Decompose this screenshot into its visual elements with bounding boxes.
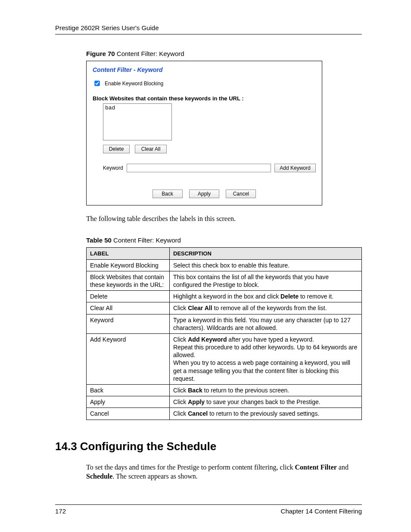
table-cell-description: Click Add Keyword after you have typed a… (170, 333, 362, 384)
add-keyword-button[interactable]: Add Keyword (274, 164, 316, 172)
running-header: Prestige 2602R Series User's Guide (55, 24, 362, 34)
table-cell-description: Click Back to return to the previous scr… (170, 385, 362, 396)
section-heading: 14.3 Configuring the Schedule (55, 440, 362, 453)
table-cell-description: Click Clear All to remove all of the key… (170, 302, 362, 314)
table-cell-description: Highlight a keyword in the box and click… (170, 291, 362, 302)
table-header-label: LABEL (87, 247, 170, 259)
table-header-description: DESCRIPTION (170, 247, 362, 259)
intro-paragraph: The following table describes the labels… (86, 214, 362, 224)
table-row: BackClick Back to return to the previous… (87, 385, 362, 396)
table-cell-label: Back (87, 385, 170, 396)
enable-keyword-blocking-checkbox[interactable] (94, 81, 100, 86)
table-cell-description: Select this check box to enable this fea… (170, 259, 362, 271)
table-cell-description: Click Apply to save your changes back to… (170, 396, 362, 408)
table-cell-label: Add Keyword (87, 333, 170, 384)
delete-button[interactable]: Delete (103, 145, 130, 153)
table-caption-text: Content Filter: Keyword (112, 236, 181, 244)
table-cell-label: Cancel (87, 408, 170, 420)
chapter-label: Chapter 14 Content Filtering (281, 507, 362, 515)
clear-all-button[interactable]: Clear All (135, 145, 167, 153)
table-row: KeywordType a keyword in this field. You… (87, 314, 362, 333)
figure-caption: Figure 70 Content Filter: Keyword (86, 50, 362, 57)
table-row: CancelClick Cancel to return to the prev… (87, 408, 362, 420)
section-body: To set the days and times for the Presti… (86, 463, 362, 481)
apply-button[interactable]: Apply (189, 190, 219, 198)
table-cell-description: This box contains the list of all the ke… (170, 271, 362, 290)
table-cell-label: Delete (87, 291, 170, 302)
description-table: LABEL DESCRIPTION Enable Keyword Blockin… (86, 247, 362, 420)
table-row: Enable Keyword BlockingSelect this check… (87, 259, 362, 271)
figure-caption-number: Figure 70 (86, 50, 115, 57)
table-caption-number: Table 50 (86, 236, 112, 244)
table-cell-description: Type a keyword in this field. You may us… (170, 314, 362, 333)
table-row: Clear AllClick Clear All to remove all o… (87, 302, 362, 314)
figure-caption-text: Content Filter: Keyword (115, 50, 184, 57)
table-row: Block Websites that contain these keywor… (87, 271, 362, 290)
table-cell-label: Block Websites that contain these keywor… (87, 271, 170, 290)
keyword-input-label: Keyword (103, 165, 123, 171)
panel-title: Content Filter - Keyword (93, 66, 316, 73)
table-cell-label: Clear All (87, 302, 170, 314)
keyword-input[interactable] (127, 164, 271, 172)
keyword-listbox[interactable]: bad (103, 103, 172, 140)
table-cell-label: Keyword (87, 314, 170, 333)
table-cell-label: Enable Keyword Blocking (87, 259, 170, 271)
table-row: Add KeywordClick Add Keyword after you h… (87, 333, 362, 384)
screenshot-panel: Content Filter - Keyword Enable Keyword … (86, 61, 322, 205)
cancel-button[interactable]: Cancel (226, 190, 256, 198)
enable-keyword-blocking-label: Enable Keyword Blocking (105, 81, 163, 87)
table-caption: Table 50 Content Filter: Keyword (86, 236, 362, 244)
page-number: 172 (55, 507, 66, 515)
block-websites-label: Block Websites that contain these keywor… (93, 95, 316, 102)
table-row: DeleteHighlight a keyword in the box and… (87, 291, 362, 302)
table-cell-description: Click Cancel to return to the previously… (170, 408, 362, 420)
table-cell-label: Apply (87, 396, 170, 408)
table-row: ApplyClick Apply to save your changes ba… (87, 396, 362, 408)
back-button[interactable]: Back (153, 190, 183, 198)
